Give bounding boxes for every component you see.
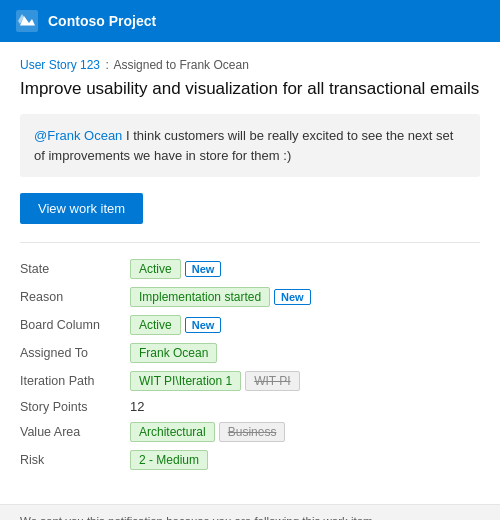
section-divider [20,242,480,243]
field-value: WIT PI\Iteration 1WIT PI [130,371,480,391]
field-value: Frank Ocean [130,343,480,363]
view-work-item-button[interactable]: View work item [20,193,143,224]
field-value: 2 - Medium [130,450,480,470]
breadcrumb-suffix: Assigned to Frank Ocean [113,58,248,72]
field-tag: New [185,317,222,333]
work-item-title: Improve usability and visualization for … [20,78,480,100]
field-label: Story Points [20,395,130,418]
field-tag: Frank Ocean [130,343,217,363]
field-tag: New [274,289,311,305]
field-value: ActiveNew [130,259,480,279]
table-row: Iteration PathWIT PI\Iteration 1WIT PI [20,367,480,395]
field-value: Implementation startedNew [130,287,480,307]
field-tag: Architectural [130,422,215,442]
field-label: Assigned To [20,339,130,367]
app-title: Contoso Project [48,13,156,29]
table-row: Story Points12 [20,395,480,418]
field-tag: 2 - Medium [130,450,208,470]
field-label: Risk [20,446,130,474]
footer-note: We sent you this notification because yo… [0,504,500,520]
app-header: Contoso Project [0,0,500,42]
field-tag: Business [219,422,286,442]
azure-devops-logo-icon [16,10,38,32]
field-label: Board Column [20,311,130,339]
field-tag: Active [130,315,181,335]
comment-mention: @Frank Ocean [34,128,122,143]
breadcrumb-separator: : [105,58,108,72]
field-value: 12 [130,399,480,414]
field-label: State [20,255,130,283]
breadcrumb: User Story 123 : Assigned to Frank Ocean [20,58,480,72]
table-row: Value AreaArchitecturalBusiness [20,418,480,446]
main-content: User Story 123 : Assigned to Frank Ocean… [0,42,500,490]
field-tag: Active [130,259,181,279]
field-tag: WIT PI [245,371,299,391]
fields-table: StateActiveNewReasonImplementation start… [20,255,480,474]
field-value-text: 12 [130,399,144,414]
field-label: Reason [20,283,130,311]
table-row: Board ColumnActiveNew [20,311,480,339]
field-label: Iteration Path [20,367,130,395]
table-row: Assigned ToFrank Ocean [20,339,480,367]
breadcrumb-link[interactable]: User Story 123 [20,58,100,72]
field-label: Value Area [20,418,130,446]
field-tag: New [185,261,222,277]
comment-box: @Frank Ocean I think customers will be r… [20,114,480,177]
field-tag: WIT PI\Iteration 1 [130,371,241,391]
table-row: StateActiveNew [20,255,480,283]
field-value: ArchitecturalBusiness [130,422,480,442]
table-row: Risk2 - Medium [20,446,480,474]
table-row: ReasonImplementation startedNew [20,283,480,311]
field-value: ActiveNew [130,315,480,335]
field-tag: Implementation started [130,287,270,307]
